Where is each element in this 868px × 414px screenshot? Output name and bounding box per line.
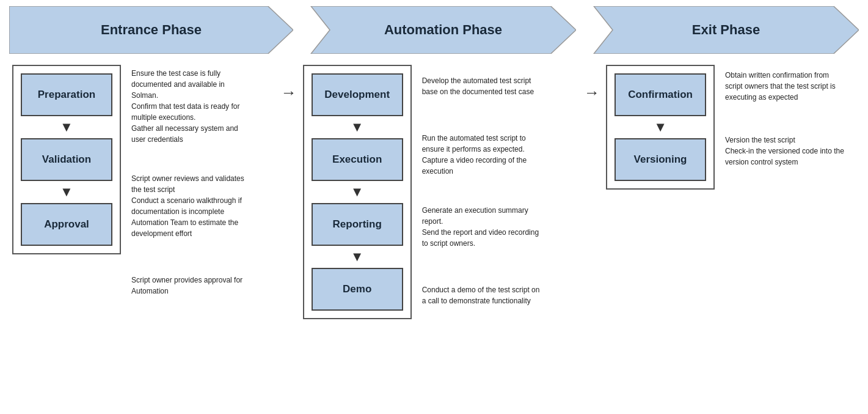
arrow-down: ▼ (312, 116, 403, 138)
step-description: Develop the automated test script base o… (415, 72, 549, 100)
diagram: Entrance PhaseAutomation PhaseExit Phase… (0, 0, 868, 414)
arrow-down: ▼ (312, 181, 403, 203)
automation-section: Development▼Execution▼Reporting▼DemoDeve… (300, 65, 581, 319)
automation-to-exit-arrow: → (581, 65, 603, 102)
exit-phase-phase-header: Exit Phase (575, 6, 859, 54)
arrow-down: ▼ (312, 246, 403, 268)
entrance-section: Preparation▼Validation▼ApprovalEnsure th… (9, 65, 278, 307)
exit-phase-label: Exit Phase (674, 22, 760, 38)
entrance-phase-phase-header: Entrance Phase (9, 6, 293, 54)
step-description: Generate an execution summary report.Sen… (415, 202, 549, 252)
approval-box: Approval (21, 203, 112, 246)
entrance-phase-label: Entrance Phase (101, 22, 202, 38)
execution-box: Execution (312, 138, 403, 181)
development-box: Development (312, 73, 403, 116)
phase-headers: Entrance PhaseAutomation PhaseExit Phase (9, 6, 859, 54)
demo-box: Demo (312, 268, 403, 311)
arrow-down: ▼ (21, 181, 112, 203)
content-area: Preparation▼Validation▼ApprovalEnsure th… (9, 65, 859, 319)
arrow-down: ▼ (615, 116, 706, 138)
step-description: Version the test scriptCheck-in the vers… (718, 131, 852, 171)
step-description: Ensure the test case is fully documented… (124, 65, 258, 148)
step-description: Script owner reviews and validates the t… (124, 170, 258, 242)
reporting-box: Reporting (312, 203, 403, 246)
step-description: Conduct a demo of the test script on a c… (415, 281, 549, 309)
automation-phase-phase-header: Automation Phase (292, 6, 576, 54)
versioning-box: Versioning (615, 138, 706, 181)
entrance-to-automation-arrow: → (278, 65, 300, 102)
step-description: Script owner provides approval for Autom… (124, 272, 258, 300)
automation-phase-label: Automation Phase (366, 22, 502, 38)
preparation-box: Preparation (21, 73, 112, 116)
arrow-down: ▼ (21, 116, 112, 138)
step-description: Obtain written confirmation from script … (718, 67, 852, 106)
step-description: Run the automated test script to ensure … (415, 130, 549, 180)
validation-box: Validation (21, 138, 112, 181)
exit-section: Confirmation▼VersioningObtain written co… (603, 65, 859, 190)
confirmation-box: Confirmation (615, 73, 706, 116)
